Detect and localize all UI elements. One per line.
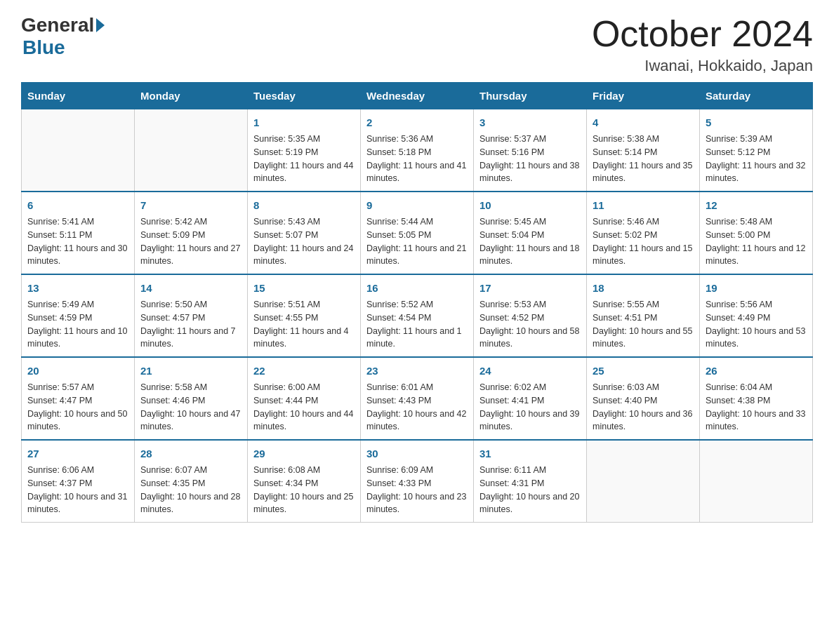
day-number: 18 <box>593 281 694 295</box>
month-title: October 2024 <box>592 14 813 54</box>
weekday-header-thursday: Thursday <box>474 83 587 109</box>
day-number: 2 <box>366 115 468 130</box>
day-info: Sunrise: 5:49 AMSunset: 4:59 PMDaylight:… <box>27 298 128 351</box>
calendar-cell: 13Sunrise: 5:49 AMSunset: 4:59 PMDayligh… <box>22 274 135 357</box>
calendar-cell: 3Sunrise: 5:37 AMSunset: 5:16 PMDaylight… <box>474 109 587 192</box>
calendar-cell: 16Sunrise: 5:52 AMSunset: 4:54 PMDayligh… <box>361 274 474 357</box>
day-info: Sunrise: 6:11 AMSunset: 4:31 PMDaylight:… <box>479 464 581 516</box>
calendar-week-row: 20Sunrise: 5:57 AMSunset: 4:47 PMDayligh… <box>22 357 813 440</box>
day-number: 28 <box>140 446 241 461</box>
calendar-table: SundayMondayTuesdayWednesdayThursdayFrid… <box>21 82 813 523</box>
day-number: 9 <box>366 198 468 213</box>
calendar-cell <box>135 109 248 192</box>
calendar-cell: 29Sunrise: 6:08 AMSunset: 4:34 PMDayligh… <box>248 440 361 523</box>
logo-blue-text: Blue <box>22 36 65 58</box>
day-number: 13 <box>27 281 128 295</box>
calendar-cell: 30Sunrise: 6:09 AMSunset: 4:33 PMDayligh… <box>361 440 474 523</box>
title-section: October 2024 Iwanai, Hokkaido, Japan <box>592 14 813 75</box>
calendar-cell: 31Sunrise: 6:11 AMSunset: 4:31 PMDayligh… <box>474 440 587 523</box>
calendar-cell: 4Sunrise: 5:38 AMSunset: 5:14 PMDaylight… <box>587 109 700 192</box>
day-number: 31 <box>479 446 581 461</box>
calendar-cell: 26Sunrise: 6:04 AMSunset: 4:38 PMDayligh… <box>700 357 813 440</box>
calendar-cell <box>587 440 700 523</box>
calendar-cell: 21Sunrise: 5:58 AMSunset: 4:46 PMDayligh… <box>135 357 248 440</box>
weekday-header-friday: Friday <box>587 83 700 109</box>
calendar-cell: 22Sunrise: 6:00 AMSunset: 4:44 PMDayligh… <box>248 357 361 440</box>
calendar-cell: 23Sunrise: 6:01 AMSunset: 4:43 PMDayligh… <box>361 357 474 440</box>
calendar-cell: 5Sunrise: 5:39 AMSunset: 5:12 PMDaylight… <box>700 109 813 192</box>
day-info: Sunrise: 5:56 AMSunset: 4:49 PMDaylight:… <box>706 298 807 351</box>
day-info: Sunrise: 6:02 AMSunset: 4:41 PMDaylight:… <box>479 381 581 434</box>
day-number: 21 <box>140 363 241 378</box>
location-title: Iwanai, Hokkaido, Japan <box>592 57 813 75</box>
weekday-header-monday: Monday <box>135 83 248 109</box>
day-number: 11 <box>593 198 694 213</box>
day-info: Sunrise: 5:57 AMSunset: 4:47 PMDaylight:… <box>27 381 128 434</box>
day-number: 5 <box>706 115 807 130</box>
calendar-cell: 27Sunrise: 6:06 AMSunset: 4:37 PMDayligh… <box>22 440 135 523</box>
day-info: Sunrise: 5:43 AMSunset: 5:07 PMDaylight:… <box>253 215 355 268</box>
day-number: 27 <box>27 446 128 461</box>
weekday-header-sunday: Sunday <box>22 83 135 109</box>
calendar-cell: 19Sunrise: 5:56 AMSunset: 4:49 PMDayligh… <box>700 274 813 357</box>
calendar-cell: 28Sunrise: 6:07 AMSunset: 4:35 PMDayligh… <box>135 440 248 523</box>
weekday-header-tuesday: Tuesday <box>248 83 361 109</box>
day-info: Sunrise: 5:39 AMSunset: 5:12 PMDaylight:… <box>706 133 807 185</box>
logo: General Blue <box>21 14 106 59</box>
day-info: Sunrise: 5:51 AMSunset: 4:55 PMDaylight:… <box>253 298 355 351</box>
calendar-header-row: SundayMondayTuesdayWednesdayThursdayFrid… <box>22 83 813 109</box>
calendar-week-row: 1Sunrise: 5:35 AMSunset: 5:19 PMDaylight… <box>22 109 813 192</box>
calendar-cell: 8Sunrise: 5:43 AMSunset: 5:07 PMDaylight… <box>248 192 361 274</box>
calendar-cell: 7Sunrise: 5:42 AMSunset: 5:09 PMDaylight… <box>135 192 248 274</box>
calendar-cell: 15Sunrise: 5:51 AMSunset: 4:55 PMDayligh… <box>248 274 361 357</box>
day-number: 12 <box>706 198 807 213</box>
calendar-cell: 1Sunrise: 5:35 AMSunset: 5:19 PMDaylight… <box>248 109 361 192</box>
day-number: 24 <box>479 363 581 378</box>
day-info: Sunrise: 6:08 AMSunset: 4:34 PMDaylight:… <box>253 464 355 516</box>
day-number: 1 <box>253 115 355 130</box>
calendar-cell: 20Sunrise: 5:57 AMSunset: 4:47 PMDayligh… <box>22 357 135 440</box>
day-info: Sunrise: 6:09 AMSunset: 4:33 PMDaylight:… <box>366 464 468 516</box>
day-number: 23 <box>366 363 468 378</box>
day-number: 17 <box>479 281 581 295</box>
weekday-header-wednesday: Wednesday <box>361 83 474 109</box>
day-info: Sunrise: 5:35 AMSunset: 5:19 PMDaylight:… <box>253 133 355 185</box>
calendar-week-row: 13Sunrise: 5:49 AMSunset: 4:59 PMDayligh… <box>22 274 813 357</box>
calendar-cell: 9Sunrise: 5:44 AMSunset: 5:05 PMDaylight… <box>361 192 474 274</box>
day-number: 8 <box>253 198 355 213</box>
day-info: Sunrise: 5:38 AMSunset: 5:14 PMDaylight:… <box>593 133 694 185</box>
day-info: Sunrise: 5:50 AMSunset: 4:57 PMDaylight:… <box>140 298 241 351</box>
day-info: Sunrise: 5:36 AMSunset: 5:18 PMDaylight:… <box>366 133 468 185</box>
day-number: 4 <box>593 115 694 130</box>
calendar-week-row: 6Sunrise: 5:41 AMSunset: 5:11 PMDaylight… <box>22 192 813 274</box>
day-info: Sunrise: 5:58 AMSunset: 4:46 PMDaylight:… <box>140 381 241 434</box>
calendar-cell: 10Sunrise: 5:45 AMSunset: 5:04 PMDayligh… <box>474 192 587 274</box>
day-info: Sunrise: 5:48 AMSunset: 5:00 PMDaylight:… <box>706 215 807 268</box>
day-number: 30 <box>366 446 468 461</box>
day-number: 25 <box>593 363 694 378</box>
logo-arrow-icon <box>96 18 105 32</box>
day-info: Sunrise: 5:44 AMSunset: 5:05 PMDaylight:… <box>366 215 468 268</box>
calendar-cell: 17Sunrise: 5:53 AMSunset: 4:52 PMDayligh… <box>474 274 587 357</box>
calendar-cell: 11Sunrise: 5:46 AMSunset: 5:02 PMDayligh… <box>587 192 700 274</box>
day-number: 7 <box>140 198 241 213</box>
day-info: Sunrise: 5:53 AMSunset: 4:52 PMDaylight:… <box>479 298 581 351</box>
day-number: 26 <box>706 363 807 378</box>
calendar-cell: 18Sunrise: 5:55 AMSunset: 4:51 PMDayligh… <box>587 274 700 357</box>
calendar-cell: 14Sunrise: 5:50 AMSunset: 4:57 PMDayligh… <box>135 274 248 357</box>
calendar-cell: 25Sunrise: 6:03 AMSunset: 4:40 PMDayligh… <box>587 357 700 440</box>
day-info: Sunrise: 6:07 AMSunset: 4:35 PMDaylight:… <box>140 464 241 516</box>
calendar-cell: 6Sunrise: 5:41 AMSunset: 5:11 PMDaylight… <box>22 192 135 274</box>
day-info: Sunrise: 5:41 AMSunset: 5:11 PMDaylight:… <box>27 215 128 268</box>
day-info: Sunrise: 6:06 AMSunset: 4:37 PMDaylight:… <box>27 464 128 516</box>
day-info: Sunrise: 5:42 AMSunset: 5:09 PMDaylight:… <box>140 215 241 268</box>
day-number: 19 <box>706 281 807 295</box>
day-info: Sunrise: 5:55 AMSunset: 4:51 PMDaylight:… <box>593 298 694 351</box>
day-number: 6 <box>27 198 128 213</box>
day-info: Sunrise: 6:03 AMSunset: 4:40 PMDaylight:… <box>593 381 694 434</box>
day-number: 22 <box>253 363 355 378</box>
calendar-cell <box>700 440 813 523</box>
calendar-cell: 12Sunrise: 5:48 AMSunset: 5:00 PMDayligh… <box>700 192 813 274</box>
day-info: Sunrise: 5:46 AMSunset: 5:02 PMDaylight:… <box>593 215 694 268</box>
calendar-cell <box>22 109 135 192</box>
